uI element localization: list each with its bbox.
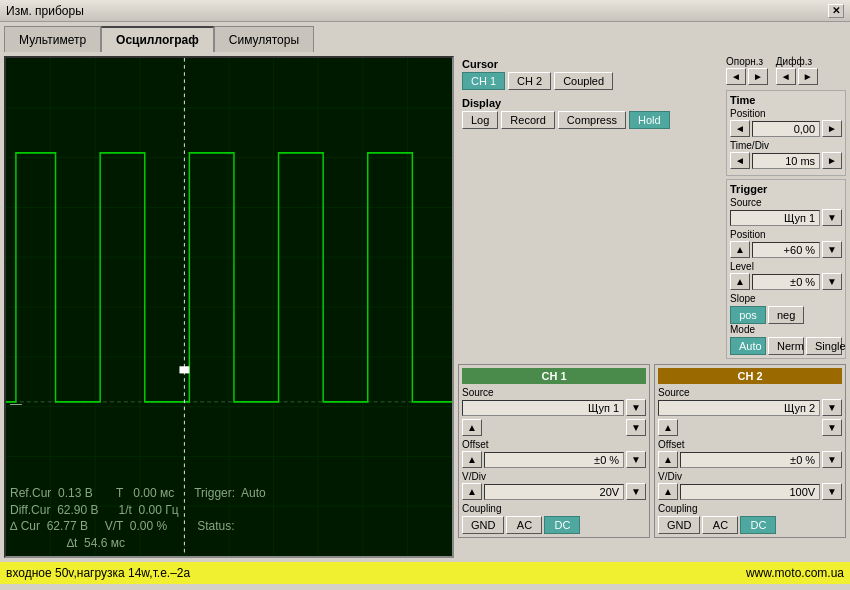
tabs-bar: Мультиметр Осциллограф Симуляторы <box>0 22 850 52</box>
diff-group: Дифф.з ◄ ► <box>776 56 818 85</box>
cursor-section: Cursor CH 1 CH 2 Coupled <box>458 56 722 92</box>
ch1-offset-up[interactable]: ▲ <box>462 451 482 468</box>
diff-right-button[interactable]: ► <box>798 68 818 85</box>
position-right-button[interactable]: ► <box>822 120 842 137</box>
ch2-source-up[interactable]: ▲ <box>658 419 678 436</box>
diff-btns: ◄ ► <box>776 68 818 85</box>
ch2-coupling-row: GND AC DC <box>658 516 842 534</box>
main-content: — Ref.Cur 0.13 В T 0.00 мс Trigger: Auto… <box>0 52 850 562</box>
ch1-offset-label: Offset <box>462 439 646 450</box>
cursor-ch2-button[interactable]: CH 2 <box>508 72 551 90</box>
title-bar: Изм. приборы ✕ <box>0 0 850 22</box>
trig-position-label: Position <box>730 229 842 240</box>
trig-source-dropdown-button[interactable]: ▼ <box>822 209 842 226</box>
cursor-btn-row: CH 1 CH 2 Coupled <box>462 72 718 90</box>
ch1-vdiv-value: 20V <box>484 484 624 500</box>
oporn-right-button[interactable]: ► <box>748 68 768 85</box>
trig-source-label: Source <box>730 197 842 208</box>
diff-left-button[interactable]: ◄ <box>776 68 796 85</box>
slope-pos-button[interactable]: pos <box>730 306 766 324</box>
ch1-source-up[interactable]: ▲ <box>462 419 482 436</box>
ch1-source-arrows: ▲ ▼ <box>462 419 646 436</box>
trig-position-up-button[interactable]: ▲ <box>730 241 750 258</box>
ch2-offset-up[interactable]: ▲ <box>658 451 678 468</box>
trig-position-value: +60 % <box>752 242 820 258</box>
dt-row: ∆t 54.6 мс <box>10 535 266 552</box>
ch1-source-down[interactable]: ▼ <box>626 419 646 436</box>
ch1-vdiv-down[interactable]: ▼ <box>626 483 646 500</box>
ch2-dc-button[interactable]: DC <box>740 516 776 534</box>
timediv-row: ◄ 10 ms ► <box>730 152 842 169</box>
oporn-label: Опорн.з <box>726 56 768 67</box>
diff-label: Дифф.з <box>776 56 818 67</box>
ch2-source-dropdown[interactable]: ▼ <box>822 399 842 416</box>
ch1-offset-value: ±0 % <box>484 452 624 468</box>
ch1-gnd-button[interactable]: GND <box>462 516 504 534</box>
timediv-right-button[interactable]: ► <box>822 152 842 169</box>
trig-level-up-button[interactable]: ▲ <box>730 273 750 290</box>
oporn-diff-row: Опорн.з ◄ ► Дифф.з ◄ ► <box>726 56 846 85</box>
mode-single-button[interactable]: Single <box>806 337 842 355</box>
ch1-dc-button[interactable]: DC <box>544 516 580 534</box>
ch2-vdiv-down[interactable]: ▼ <box>822 483 842 500</box>
dt-label: ∆t <box>67 536 78 550</box>
time-section: Time Position ◄ 0,00 ► Time/Div ◄ 10 ms … <box>726 90 846 176</box>
position-row: ◄ 0,00 ► <box>730 120 842 137</box>
oporn-group: Опорн.з ◄ ► <box>726 56 768 85</box>
diff-cur-row: Diff.Cur 62.90 В 1/t 0.00 Гц <box>10 502 266 519</box>
ch2-coupling-label: Coupling <box>658 503 842 514</box>
app-title: Изм. приборы <box>6 4 84 18</box>
display-hold-button[interactable]: Hold <box>629 111 670 129</box>
ch1-offset-down[interactable]: ▼ <box>626 451 646 468</box>
ch1-vdiv-up[interactable]: ▲ <box>462 483 482 500</box>
t-label: T <box>116 486 123 500</box>
ch1-vdiv-label: V/Div <box>462 471 646 482</box>
status-right-text: www.moto.com.ua <box>746 566 844 580</box>
time-label: Time <box>730 94 842 106</box>
ch2-ac-button[interactable]: AC <box>702 516 738 534</box>
timediv-left-button[interactable]: ◄ <box>730 152 750 169</box>
ch2-vdiv-up[interactable]: ▲ <box>658 483 678 500</box>
tab-oscilloscope[interactable]: Осциллограф <box>101 26 214 52</box>
freq-label: 1/t <box>119 503 132 517</box>
scope-screen: — Ref.Cur 0.13 В T 0.00 мс Trigger: Auto… <box>4 56 454 558</box>
trigger-label: Trigger <box>730 183 842 195</box>
cursor-label: Cursor <box>462 58 718 70</box>
channels-row: CH 1 Source Щуп 1 ▼ ▲ ▼ Offset ▲ ±0 % ▼ … <box>458 364 846 538</box>
slope-neg-button[interactable]: neg <box>768 306 804 324</box>
ch1-source-value: Щуп 1 <box>462 400 624 416</box>
mode-label: Mode <box>730 324 842 335</box>
position-left-button[interactable]: ◄ <box>730 120 750 137</box>
tab-simulators[interactable]: Симуляторы <box>214 26 314 52</box>
mode-auto-button[interactable]: Auto <box>730 337 766 355</box>
trigger-section: Trigger Source Щуп 1 ▼ Position ▲ +60 % … <box>726 179 846 359</box>
display-compress-button[interactable]: Compress <box>558 111 626 129</box>
ch1-source-row: Щуп 1 ▼ <box>462 399 646 416</box>
cursor-ch1-button[interactable]: CH 1 <box>462 72 505 90</box>
t-val: 0.00 мс <box>133 486 174 500</box>
display-record-button[interactable]: Record <box>501 111 554 129</box>
ch2-source-down[interactable]: ▼ <box>822 419 842 436</box>
ch2-offset-label: Offset <box>658 439 842 450</box>
trig-position-down-button[interactable]: ▼ <box>822 241 842 258</box>
ch2-offset-down[interactable]: ▼ <box>822 451 842 468</box>
oporn-btns: ◄ ► <box>726 68 768 85</box>
mode-row: Auto Nerm Single <box>730 337 842 355</box>
cursor-coupled-button[interactable]: Coupled <box>554 72 613 90</box>
delta-cur-val: 62.77 В <box>47 519 88 533</box>
ref-cur-label: Ref.Cur <box>10 486 51 500</box>
vt-val: 0.00 % <box>130 519 167 533</box>
trig-level-down-button[interactable]: ▼ <box>822 273 842 290</box>
close-button[interactable]: ✕ <box>828 4 844 18</box>
oporn-left-button[interactable]: ◄ <box>726 68 746 85</box>
ch2-gnd-button[interactable]: GND <box>658 516 700 534</box>
mode-norm-button[interactable]: Nerm <box>768 337 804 355</box>
status-left-text: входное 50v,нагрузка 14w,т.е.–2а <box>6 566 190 580</box>
tab-multimeter[interactable]: Мультиметр <box>4 26 101 52</box>
ch2-source-label: Source <box>658 387 842 398</box>
ch1-source-dropdown[interactable]: ▼ <box>626 399 646 416</box>
display-log-button[interactable]: Log <box>462 111 498 129</box>
ch2-panel: CH 2 Source Щуп 2 ▼ ▲ ▼ Offset ▲ ±0 % ▼ … <box>654 364 846 538</box>
ch2-header: CH 2 <box>658 368 842 384</box>
ch1-ac-button[interactable]: AC <box>506 516 542 534</box>
